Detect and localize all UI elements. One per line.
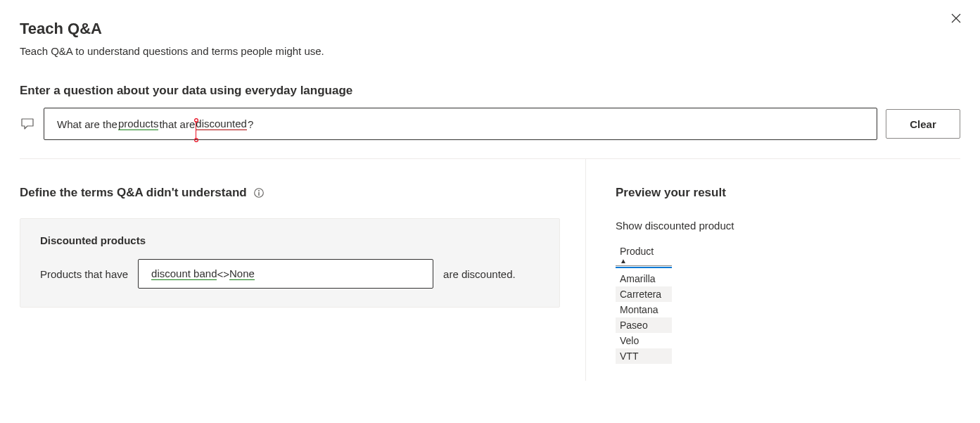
define-box: Discounted products Products that have d…: [20, 218, 560, 308]
page-title: Teach Q&A: [20, 20, 960, 38]
token-discounted: discounted: [196, 118, 247, 130]
table-row: Velo: [616, 333, 672, 348]
define-term: Discounted products: [40, 234, 540, 246]
column-header-product[interactable]: Product ▲: [616, 244, 672, 265]
text: that are: [159, 118, 195, 130]
token-op: <>: [217, 268, 229, 280]
define-condition-input[interactable]: discount band <> None: [138, 259, 433, 289]
sort-asc-icon: ▲: [620, 258, 668, 264]
define-prefix: Products that have: [40, 268, 128, 280]
table-row: Amarilla: [616, 271, 672, 286]
question-input[interactable]: What are the products that are discounte…: [44, 108, 877, 140]
token-discount-band: discount band: [151, 267, 217, 280]
preview-heading: Preview your result: [616, 186, 960, 200]
table-row: Montana: [616, 302, 672, 317]
table-row: VTT: [616, 348, 672, 364]
text: What are the: [57, 118, 117, 130]
token-none: None: [229, 267, 255, 280]
clear-button[interactable]: Clear: [886, 109, 960, 139]
token-products: products: [118, 118, 159, 130]
table-row: Carretera: [616, 286, 672, 302]
question-label: Enter a question about your data using e…: [20, 84, 960, 98]
define-suffix: are discounted.: [443, 268, 516, 280]
table-row: Paseo: [616, 317, 672, 333]
svg-point-3: [258, 190, 260, 191]
chat-icon: [20, 116, 35, 132]
define-heading: Define the terms Q&A didn't understand: [20, 186, 247, 200]
column-header-label: Product: [620, 246, 654, 257]
info-icon[interactable]: [253, 187, 265, 199]
svg-point-1: [195, 139, 198, 142]
close-button[interactable]: [948, 10, 965, 27]
result-table: Product ▲ Amarilla Carretera Montana Pas…: [616, 244, 672, 364]
preview-label: Show discounted product: [616, 220, 960, 232]
svg-rect-4: [258, 192, 259, 196]
text: ?: [248, 118, 253, 130]
page-subtitle: Teach Q&A to understand questions and te…: [20, 45, 960, 57]
